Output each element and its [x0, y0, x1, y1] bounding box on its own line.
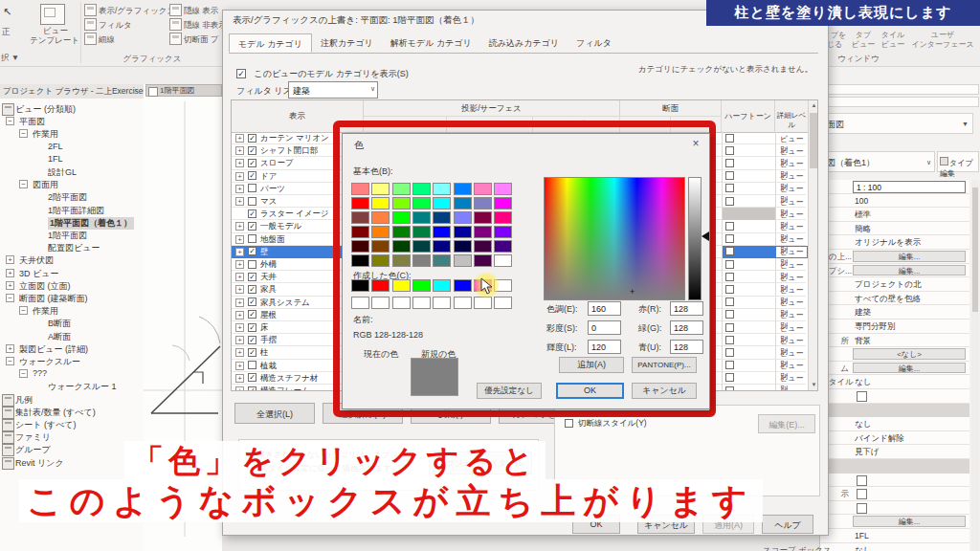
category-checkbox[interactable]: ✓: [248, 373, 256, 382]
property-row[interactable]: 1FL: [820, 529, 969, 543]
category-checkbox[interactable]: [248, 260, 256, 269]
tree-item[interactable]: +立面図 (立面): [0, 279, 144, 292]
color-swatch[interactable]: [474, 240, 492, 253]
halftone-checkbox[interactable]: [725, 222, 734, 231]
type-selector[interactable]: 図（着色1） ∨: [822, 151, 935, 172]
halftone-checkbox[interactable]: [725, 336, 734, 344]
category-checkbox[interactable]: [248, 234, 256, 243]
tree-item[interactable]: −平面図: [0, 115, 144, 127]
color-swatch[interactable]: [474, 183, 492, 195]
detail-level-cell[interactable]: ビュー別: [775, 271, 808, 283]
color-field-input[interactable]: 128: [670, 340, 703, 354]
property-row[interactable]: [820, 501, 969, 516]
halftone-cell[interactable]: [722, 334, 775, 346]
detail-level-cell[interactable]: ビュー別: [775, 360, 808, 372]
category-checkbox[interactable]: ✓: [248, 298, 256, 306]
property-row[interactable]: スコープ ボックスなし: [820, 543, 969, 551]
tree-item[interactable]: 凡例: [0, 393, 144, 406]
property-edit-button[interactable]: 編集...: [853, 516, 966, 527]
tree-item[interactable]: −図面用: [0, 178, 144, 190]
category-checkbox[interactable]: ✓: [248, 348, 256, 357]
custom-color-swatch[interactable]: [474, 297, 492, 309]
color-swatch[interactable]: [474, 197, 492, 209]
category-checkbox[interactable]: ✓: [248, 247, 256, 255]
custom-color-swatch[interactable]: [351, 279, 369, 292]
ribbon-window-item[interactable]: タイルビュー: [879, 31, 907, 50]
tree-item[interactable]: +3D ビュー: [0, 267, 144, 279]
tree-item[interactable]: +天井伏図: [0, 253, 144, 266]
tree-item[interactable]: −作業用: [0, 127, 144, 140]
custom-color-swatch[interactable]: [371, 297, 390, 309]
select-dropdown[interactable]: 択 ▼: [1, 53, 19, 64]
luminance-slider-handle[interactable]: [702, 231, 709, 241]
property-edit-button[interactable]: 編集...: [853, 265, 966, 276]
color-ok-button[interactable]: OK: [556, 383, 624, 399]
property-row[interactable]: 所背景: [820, 334, 969, 348]
edit-type-button[interactable]: タイプ編集: [937, 151, 979, 172]
tree-item[interactable]: グループ: [0, 443, 144, 455]
tree-expand-icon[interactable]: −: [19, 306, 28, 315]
color-swatch[interactable]: [392, 211, 411, 224]
property-row[interactable]: 建築: [820, 305, 969, 320]
tree-item[interactable]: 設計GL: [0, 165, 144, 178]
tree-expand-icon[interactable]: −: [19, 180, 28, 188]
luminance-slider[interactable]: [688, 177, 702, 300]
category-checkbox[interactable]: ✓: [248, 171, 256, 180]
color-swatch[interactable]: [392, 197, 411, 209]
pantone-button[interactable]: PANTONE(P)...: [632, 357, 697, 373]
category-checkbox[interactable]: ✓: [248, 310, 256, 319]
color-swatch[interactable]: [454, 183, 472, 195]
color-swatch[interactable]: [494, 240, 512, 253]
color-swatch[interactable]: [454, 197, 472, 209]
color-swatch[interactable]: [371, 197, 390, 209]
halftone-checkbox[interactable]: [725, 386, 734, 392]
detail-level-cell[interactable]: ビュー別: [775, 170, 808, 183]
detail-level-cell[interactable]: ビュー別: [775, 385, 808, 391]
expand-icon[interactable]: +: [235, 146, 244, 155]
property-row[interactable]: スの上...編集...: [820, 250, 969, 264]
detail-level-cell[interactable]: ビュー別: [775, 220, 808, 232]
custom-color-swatch[interactable]: [454, 297, 472, 309]
property-row[interactable]: すべての壁を包絡: [820, 292, 969, 306]
category-checkbox[interactable]: ✓: [248, 323, 256, 332]
halftone-cell[interactable]: [722, 385, 775, 391]
halftone-cell[interactable]: [722, 297, 775, 309]
detail-level-cell[interactable]: ビュー別: [775, 132, 808, 144]
detail-level-cell[interactable]: ビュー別: [775, 283, 808, 296]
property-row[interactable]: 簡略: [820, 222, 969, 236]
expand-icon[interactable]: +: [235, 362, 244, 370]
property-checkbox[interactable]: [857, 503, 867, 514]
view-selector[interactable]: 面図 ▼: [822, 113, 973, 134]
property-row[interactable]: 1 : 100: [820, 180, 969, 194]
category-checkbox[interactable]: ✓: [248, 386, 256, 392]
property-row[interactable]: 100: [820, 194, 969, 209]
scroll-down-icon[interactable]: ▼: [809, 380, 818, 390]
halftone-checkbox[interactable]: [725, 134, 734, 143]
color-swatch[interactable]: [371, 211, 390, 224]
property-row[interactable]: 見下げ: [820, 445, 969, 459]
color-swatch[interactable]: [454, 211, 472, 224]
tree-expand-icon[interactable]: −: [6, 294, 14, 302]
tree-item[interactable]: −断面図 (建築断面): [0, 292, 144, 304]
category-checkbox[interactable]: ✓: [248, 285, 256, 294]
halftone-cell[interactable]: [722, 258, 775, 271]
color-swatch[interactable]: [392, 254, 411, 267]
color-swatch[interactable]: [412, 197, 431, 209]
color-swatch[interactable]: [494, 211, 512, 224]
color-swatch[interactable]: [392, 183, 411, 195]
color-swatch[interactable]: [433, 197, 451, 209]
color-swatch[interactable]: [371, 240, 390, 253]
expand-icon[interactable]: +: [235, 235, 244, 244]
expand-icon[interactable]: +: [235, 134, 244, 143]
color-swatch[interactable]: [351, 254, 369, 267]
tree-expand-icon[interactable]: −: [19, 369, 28, 378]
color-swatch[interactable]: [371, 183, 390, 195]
tree-expand-icon[interactable]: +: [6, 269, 14, 277]
halftone-cell[interactable]: [722, 132, 775, 144]
close-icon[interactable]: ×: [687, 137, 704, 152]
halftone-checkbox[interactable]: [725, 197, 734, 206]
color-swatch[interactable]: [412, 226, 431, 238]
custom-color-swatch[interactable]: [454, 279, 472, 292]
color-swatch[interactable]: [412, 240, 431, 253]
color-swatch[interactable]: [412, 183, 431, 195]
